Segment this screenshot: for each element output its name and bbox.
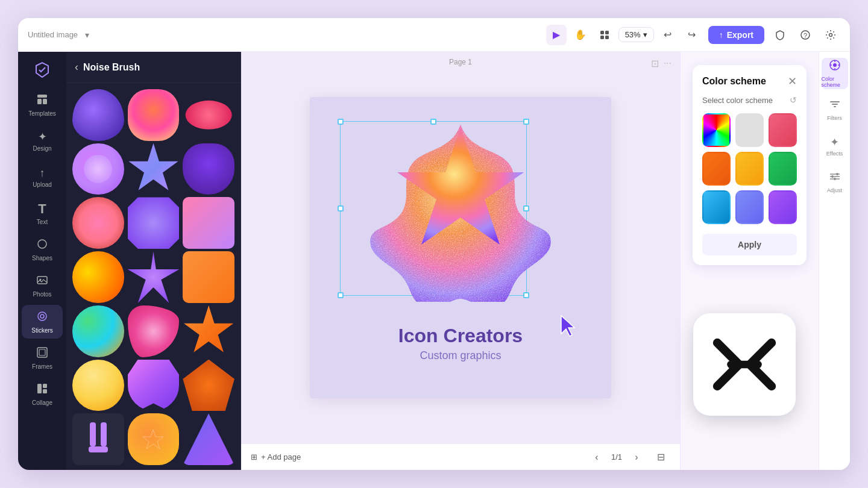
- panel-back-btn[interactable]: ‹: [75, 61, 78, 74]
- svg-point-31: [831, 175, 834, 178]
- sidebar-item-text[interactable]: T Text: [22, 196, 63, 230]
- sticker-item-5[interactable]: [128, 143, 180, 195]
- sidebar-item-photos[interactable]: Photos: [22, 269, 63, 302]
- page-number: 1/1: [611, 452, 622, 461]
- zoom-btn[interactable]: 53% ▾: [618, 27, 654, 42]
- rt-effects[interactable]: ✦ Effects: [822, 130, 848, 161]
- cs-colors-grid: [702, 113, 797, 224]
- sidebar-item-design[interactable]: ✦ Design: [22, 124, 63, 158]
- svg-rect-28: [830, 101, 840, 102]
- handle-ml[interactable]: [338, 205, 344, 211]
- text-icon: T: [38, 201, 46, 217]
- undo-btn[interactable]: ↩: [658, 25, 678, 45]
- layout-tool-btn[interactable]: [594, 25, 615, 45]
- select-tool-btn[interactable]: ▶: [546, 25, 567, 45]
- sticker-item-21[interactable]: [183, 413, 234, 465]
- sticker-item-19[interactable]: [72, 413, 124, 465]
- handle-bl[interactable]: [338, 292, 344, 298]
- sidebar-item-stickers[interactable]: Stickers: [22, 305, 63, 339]
- stickers-icon: [36, 310, 48, 325]
- rt-filters[interactable]: Filters: [822, 94, 848, 125]
- app-logo[interactable]: [31, 59, 53, 81]
- sticker-item-7[interactable]: [72, 197, 124, 249]
- color-swatch-purple[interactable]: [769, 190, 797, 224]
- sidebar-item-templates[interactable]: Templates: [22, 88, 63, 122]
- prev-page-btn[interactable]: ‹: [587, 448, 606, 467]
- color-swatch-green[interactable]: [769, 152, 797, 186]
- present-btn[interactable]: ⊟: [651, 448, 670, 467]
- color-swatch-indigo[interactable]: [735, 190, 764, 224]
- sidebar-item-collage[interactable]: Collage: [22, 377, 63, 411]
- zoom-level: 53%: [625, 30, 641, 39]
- sticker-item-14[interactable]: [128, 305, 180, 357]
- cs-refresh-icon[interactable]: ↺: [790, 95, 797, 105]
- canvas-document: Icon Creators Custom graphics: [310, 97, 611, 398]
- svg-rect-22: [89, 446, 108, 452]
- shield-btn[interactable]: [770, 25, 790, 45]
- svg-rect-9: [43, 99, 47, 104]
- apply-btn[interactable]: Apply: [702, 234, 797, 255]
- sticker-item-16[interactable]: [72, 360, 124, 411]
- templates-label: Templates: [28, 110, 56, 117]
- next-page-btn[interactable]: ›: [627, 448, 646, 467]
- handle-tl[interactable]: [338, 119, 344, 125]
- sidebar-item-upload[interactable]: ↑ Upload: [22, 160, 63, 194]
- add-page-label: + Add page: [261, 452, 301, 461]
- canvas-top-right: ⊡ ···: [651, 58, 671, 69]
- adjust-icon: [829, 170, 841, 186]
- filters-icon: [829, 98, 841, 113]
- sticker-item-10[interactable]: [72, 251, 124, 303]
- svg-rect-11: [37, 277, 47, 284]
- sticker-item-11[interactable]: [128, 251, 180, 303]
- zoom-dropdown-icon: ▾: [643, 30, 647, 39]
- hand-tool-btn[interactable]: ✋: [570, 25, 591, 45]
- svg-point-27: [833, 63, 837, 67]
- cs-close-btn[interactable]: ✕: [788, 75, 797, 88]
- sidebar-item-shapes[interactable]: Shapes: [22, 233, 63, 266]
- sticker-item-8[interactable]: [128, 197, 180, 249]
- color-swatch-orange[interactable]: [702, 152, 731, 186]
- dropdown-arrow-icon[interactable]: ▾: [85, 30, 89, 40]
- cs-header: Color scheme ✕: [702, 75, 797, 88]
- sticker-item-4[interactable]: [72, 143, 124, 195]
- sticker-item-20[interactable]: [128, 413, 180, 465]
- svg-rect-18: [43, 384, 47, 388]
- file-title[interactable]: Untitled image: [28, 30, 78, 39]
- rt-color-scheme-label: Color scheme: [822, 76, 848, 88]
- add-page-btn[interactable]: ⊞ + Add page: [251, 452, 301, 461]
- star-sticker[interactable]: [364, 115, 557, 302]
- sticker-item-13[interactable]: [72, 305, 124, 357]
- sticker-item-17[interactable]: [128, 360, 180, 411]
- color-swatch-yellow[interactable]: [735, 152, 764, 186]
- rt-adjust[interactable]: Adjust: [822, 166, 848, 198]
- export-icon: ↑: [719, 30, 723, 40]
- color-swatch-rainbow[interactable]: [702, 113, 731, 147]
- sticker-item-15[interactable]: [183, 305, 234, 357]
- sticker-item-9[interactable]: [183, 197, 234, 249]
- sticker-item-18[interactable]: [183, 360, 234, 411]
- rt-adjust-label: Adjust: [827, 187, 842, 193]
- upload-label: Upload: [33, 181, 52, 188]
- settings-btn[interactable]: [821, 25, 840, 45]
- canvas-more-icon[interactable]: ···: [664, 58, 671, 69]
- color-swatch-gray[interactable]: [735, 113, 764, 147]
- frames-icon: [36, 346, 48, 361]
- color-swatch-pink[interactable]: [769, 113, 797, 147]
- color-swatch-blue[interactable]: [702, 190, 731, 224]
- redo-btn[interactable]: ↪: [682, 25, 702, 45]
- sticker-item-2[interactable]: [128, 89, 180, 141]
- sidebar-item-frames[interactable]: Frames: [22, 341, 63, 375]
- cs-subtitle-text: Select color scheme: [702, 96, 773, 105]
- help-btn[interactable]: ?: [796, 25, 815, 45]
- rt-color-scheme[interactable]: Color scheme: [822, 58, 848, 89]
- export-btn[interactable]: ↑ Export: [708, 26, 764, 44]
- sticker-item-3[interactable]: [183, 89, 234, 141]
- shapes-icon: [36, 238, 48, 253]
- sticker-item-1[interactable]: [72, 89, 124, 141]
- sticker-item-6[interactable]: [183, 143, 234, 195]
- canvas-area: Page 1 ⊡ ··· ···: [241, 52, 680, 470]
- sticker-item-12[interactable]: [183, 251, 234, 303]
- apply-label: Apply: [738, 240, 761, 249]
- svg-rect-7: [37, 95, 47, 98]
- canvas-present-icon[interactable]: ⊡: [651, 58, 659, 69]
